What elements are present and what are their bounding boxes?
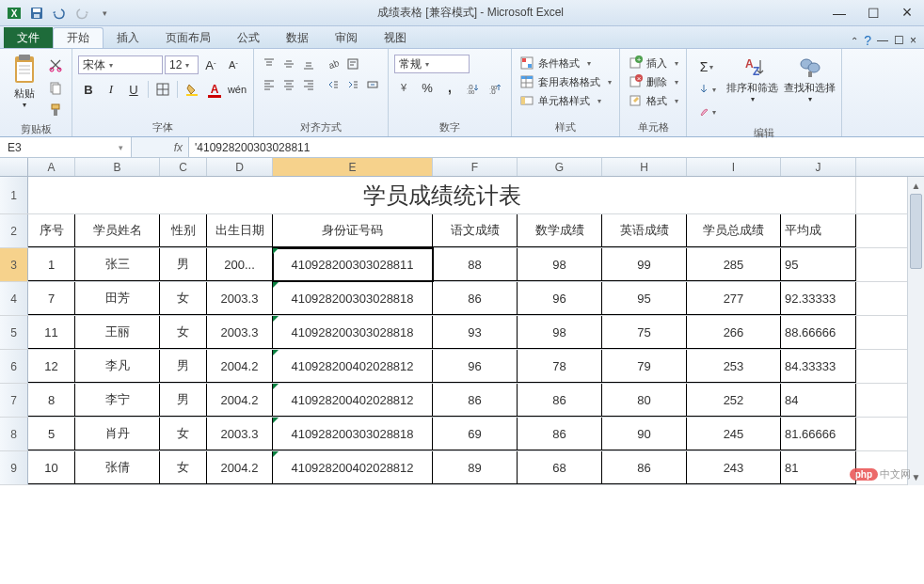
- data-cell[interactable]: 79: [602, 350, 687, 383]
- data-cell[interactable]: 200...: [207, 248, 273, 281]
- delete-cells-button[interactable]: ×删除▾: [626, 73, 680, 90]
- data-cell[interactable]: 81.66666: [781, 418, 856, 450]
- data-cell[interactable]: 253: [687, 350, 781, 383]
- format-as-table-button[interactable]: 套用表格格式▾: [518, 73, 613, 90]
- col-header-a[interactable]: A: [28, 158, 75, 176]
- bold-button[interactable]: B: [78, 79, 99, 100]
- data-cell[interactable]: 92.33333: [781, 282, 856, 315]
- tab-review[interactable]: 审阅: [322, 27, 371, 48]
- data-cell[interactable]: 86: [602, 451, 687, 484]
- font-size-select[interactable]: 12▾: [165, 55, 199, 74]
- data-cell[interactable]: 男: [160, 384, 207, 417]
- data-cell[interactable]: 肖丹: [75, 418, 160, 450]
- col-header-i[interactable]: I: [687, 158, 781, 176]
- data-cell[interactable]: 男: [160, 248, 207, 281]
- row-header[interactable]: 7: [0, 384, 28, 417]
- find-select-button[interactable]: 查找和选择 ▾: [784, 55, 836, 103]
- align-center-icon[interactable]: [279, 75, 298, 94]
- font-color-icon[interactable]: A: [204, 79, 225, 100]
- comma-icon[interactable]: ,: [439, 77, 460, 98]
- data-cell[interactable]: 88: [433, 248, 518, 281]
- data-cell[interactable]: 86: [433, 384, 518, 417]
- data-cell[interactable]: 李凡: [75, 350, 160, 383]
- border-icon[interactable]: [152, 79, 173, 100]
- col-header-f[interactable]: F: [433, 158, 518, 176]
- data-cell[interactable]: 410928200303028818: [273, 418, 433, 450]
- tab-home[interactable]: 开始: [53, 27, 104, 48]
- align-left-icon[interactable]: [260, 75, 279, 94]
- data-cell[interactable]: 86: [518, 384, 602, 417]
- row-header[interactable]: 9: [0, 451, 28, 484]
- data-cell[interactable]: 86: [433, 282, 518, 315]
- increase-decimal-icon[interactable]: .0.00: [462, 77, 483, 98]
- col-header-h[interactable]: H: [602, 158, 687, 176]
- row-header-2[interactable]: 2: [0, 214, 28, 247]
- tab-formulas[interactable]: 公式: [224, 27, 273, 48]
- paste-dropdown-icon[interactable]: ▾: [23, 101, 26, 109]
- data-cell[interactable]: 285: [687, 248, 781, 281]
- row-header[interactable]: 3: [0, 248, 28, 281]
- scroll-up-icon[interactable]: ▲: [908, 177, 924, 194]
- header-cell[interactable]: 学员总成绩: [687, 214, 781, 247]
- data-cell[interactable]: 410928200402028812: [273, 384, 433, 417]
- data-cell[interactable]: 75: [602, 316, 687, 349]
- increase-font-icon[interactable]: Aˆ: [200, 55, 221, 75]
- data-cell[interactable]: 2003.3: [207, 282, 273, 315]
- data-cell[interactable]: 98: [518, 248, 602, 281]
- decrease-font-icon[interactable]: Aˇ: [223, 55, 244, 75]
- data-cell[interactable]: 2004.2: [207, 384, 273, 417]
- data-cell[interactable]: 2003.3: [207, 418, 273, 450]
- tab-view[interactable]: 视图: [371, 27, 420, 48]
- data-cell[interactable]: 12: [28, 350, 75, 383]
- fill-icon[interactable]: ▾: [696, 79, 717, 100]
- orientation-icon[interactable]: ab: [324, 55, 343, 73]
- percent-icon[interactable]: %: [417, 77, 438, 98]
- data-cell[interactable]: 女: [160, 451, 207, 484]
- data-cell[interactable]: 1: [28, 248, 75, 281]
- decrease-decimal-icon[interactable]: .00.0: [485, 77, 505, 98]
- header-cell[interactable]: 语文成绩: [433, 214, 518, 247]
- col-header-g[interactable]: G: [518, 158, 602, 176]
- name-box[interactable]: E3 ▾: [0, 137, 132, 157]
- header-cell[interactable]: 数学成绩: [518, 214, 602, 247]
- data-cell[interactable]: 266: [687, 316, 781, 349]
- data-cell[interactable]: 张三: [75, 248, 160, 281]
- data-cell[interactable]: 410928200402028812: [273, 350, 433, 383]
- font-name-select[interactable]: 宋体▾: [78, 55, 163, 74]
- minimize-button[interactable]: —: [826, 4, 852, 23]
- data-cell[interactable]: 69: [433, 418, 518, 450]
- data-cell[interactable]: 8: [28, 384, 75, 417]
- conditional-format-button[interactable]: 条件格式▾: [518, 55, 593, 71]
- merge-icon[interactable]: [363, 75, 382, 94]
- ribbon-close-icon[interactable]: ×: [910, 34, 916, 47]
- close-button[interactable]: ×: [894, 4, 920, 23]
- excel-icon[interactable]: X: [4, 3, 24, 24]
- align-right-icon[interactable]: [299, 75, 318, 94]
- ribbon-min-icon[interactable]: —: [877, 34, 888, 47]
- data-cell[interactable]: 2004.2: [207, 350, 273, 383]
- decrease-indent-icon[interactable]: [324, 75, 343, 94]
- tab-insert[interactable]: 插入: [104, 27, 152, 48]
- header-cell[interactable]: 序号: [28, 214, 75, 247]
- data-cell[interactable]: 7: [28, 282, 75, 315]
- data-cell[interactable]: 81: [781, 451, 856, 484]
- data-cell[interactable]: 11: [28, 316, 75, 349]
- format-cells-button[interactable]: 格式▾: [626, 92, 680, 109]
- data-cell[interactable]: 84.33333: [781, 350, 856, 383]
- maximize-button[interactable]: ☐: [860, 4, 886, 23]
- data-cell[interactable]: ◆!410928200303028811: [273, 248, 433, 281]
- align-bottom-icon[interactable]: [299, 55, 318, 73]
- data-cell[interactable]: 89: [433, 451, 518, 484]
- data-cell[interactable]: 252: [687, 384, 781, 417]
- header-cell[interactable]: 出生日期: [207, 214, 273, 247]
- phonetic-icon[interactable]: wén: [227, 79, 247, 100]
- data-cell[interactable]: 99: [602, 248, 687, 281]
- vertical-scrollbar[interactable]: ▲ ▼: [907, 177, 924, 485]
- data-cell[interactable]: 90: [602, 418, 687, 450]
- fill-color-icon[interactable]: [182, 79, 202, 100]
- data-cell[interactable]: 2004.2: [207, 451, 273, 484]
- qat-dropdown-icon[interactable]: ▾: [94, 3, 115, 24]
- tab-file[interactable]: 文件: [4, 27, 53, 48]
- data-cell[interactable]: 95: [781, 248, 856, 281]
- data-cell[interactable]: 68: [518, 451, 602, 484]
